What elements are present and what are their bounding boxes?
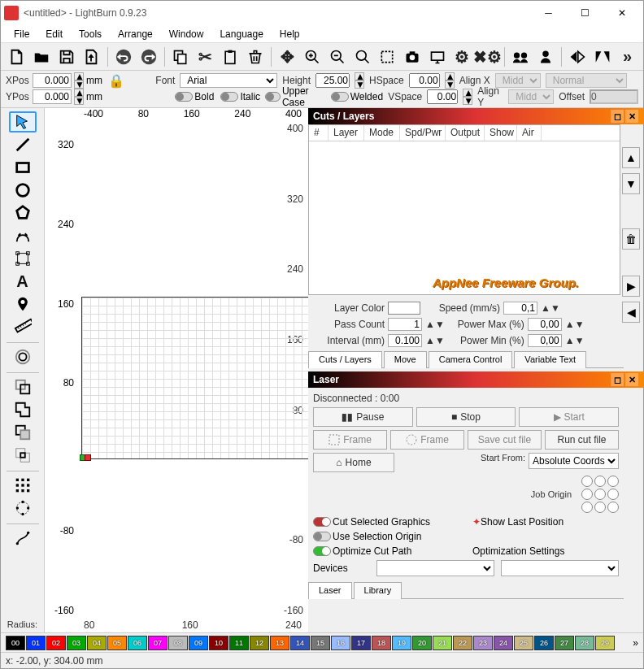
start-button[interactable]: ▶Start: [519, 407, 619, 427]
zoom-in-icon[interactable]: [302, 46, 324, 68]
more-icon[interactable]: »: [616, 46, 638, 68]
camera-icon[interactable]: [402, 46, 424, 68]
bold-toggle[interactable]: Bold: [175, 91, 214, 102]
tab-move[interactable]: Move: [384, 351, 427, 368]
usesel-toggle[interactable]: Use Selection Origin: [313, 531, 421, 542]
hspace-input[interactable]: [409, 73, 440, 88]
frame-icon[interactable]: [376, 46, 398, 68]
frame-rect-button[interactable]: Frame: [313, 430, 387, 450]
optsettings-button[interactable]: Optimization Settings: [472, 545, 619, 557]
job-origin-grid[interactable]: [581, 476, 619, 513]
home-button[interactable]: ⌂ Home: [313, 453, 394, 472]
zoom-fit-icon[interactable]: [351, 46, 373, 68]
import-icon[interactable]: [80, 46, 102, 68]
height-spinner[interactable]: ▲▼: [355, 72, 364, 89]
pan-icon[interactable]: ✥: [276, 46, 298, 68]
undo-icon[interactable]: [113, 46, 135, 68]
palette-swatch-15[interactable]: 15: [311, 636, 330, 650]
device-settings-icon[interactable]: ✖⚙: [476, 46, 499, 68]
italic-toggle[interactable]: Italic: [220, 91, 260, 102]
minimize-button[interactable]: ─: [530, 2, 567, 24]
layer-up-button[interactable]: ▲: [622, 147, 640, 168]
menu-tools[interactable]: Tools: [71, 27, 110, 41]
alignx-select[interactable]: Middle: [495, 73, 541, 88]
select-tool-icon[interactable]: [9, 111, 37, 132]
cutsel-toggle[interactable]: Cut Selected Graphics: [313, 516, 430, 528]
settings-icon[interactable]: ⚙: [451, 46, 473, 68]
device-select-2[interactable]: [501, 560, 619, 576]
position-tool-icon[interactable]: [9, 293, 37, 315]
palette-swatch-17[interactable]: 17: [351, 636, 371, 650]
palette-swatch-21[interactable]: 21: [433, 636, 452, 650]
palette-swatch-20[interactable]: 20: [412, 636, 432, 650]
palette-swatch-04[interactable]: 04: [87, 636, 107, 650]
menu-language[interactable]: Language: [211, 27, 271, 41]
tab-library[interactable]: Library: [354, 582, 402, 599]
palette-swatch-27[interactable]: 27: [555, 636, 574, 650]
menu-file[interactable]: File: [6, 27, 37, 41]
interval-input[interactable]: [388, 334, 422, 347]
layer-delete-button[interactable]: 🗑: [622, 228, 640, 250]
palette-swatch-10[interactable]: 10: [209, 636, 228, 650]
copy-icon[interactable]: [170, 46, 192, 68]
weld-tool-icon[interactable]: [9, 376, 37, 397]
open-icon[interactable]: [31, 46, 53, 68]
polygon-tool-icon[interactable]: [9, 202, 37, 224]
edit-tool-icon[interactable]: [9, 528, 37, 549]
powermin-input[interactable]: [528, 334, 562, 347]
boolean-subtract-icon[interactable]: [9, 422, 37, 443]
ypos-spinner[interactable]: ▲▼: [74, 89, 84, 105]
cuts-undock-button[interactable]: ◻: [611, 110, 624, 123]
palette-swatch-01[interactable]: 01: [26, 636, 46, 650]
palette-more-icon[interactable]: »: [633, 637, 638, 649]
aligny-select[interactable]: Middle: [508, 89, 554, 104]
grid-array-icon[interactable]: [9, 475, 37, 496]
palette-swatch-09[interactable]: 09: [189, 636, 208, 650]
powermax-input[interactable]: [528, 318, 562, 331]
canvas[interactable]: -40080160240400 32024016080-80-160 40032…: [45, 108, 308, 632]
save-icon[interactable]: [55, 46, 77, 68]
palette-swatch-12[interactable]: 12: [250, 636, 269, 650]
frame-circle-button[interactable]: Frame: [390, 430, 464, 450]
palette-swatch-00[interactable]: 00: [6, 636, 25, 650]
edit-nodes-icon[interactable]: [9, 248, 37, 269]
flip-h-icon[interactable]: [567, 46, 589, 68]
vspace-input[interactable]: [427, 89, 458, 104]
menu-arrange[interactable]: Arrange: [110, 27, 161, 41]
hspace-spinner[interactable]: ▲▼: [445, 72, 455, 89]
boolean-intersect-icon[interactable]: [9, 445, 37, 466]
palette-swatch-22[interactable]: 22: [453, 636, 472, 650]
col-num[interactable]: #: [309, 125, 329, 141]
new-icon[interactable]: [6, 46, 28, 68]
boolean-union-icon[interactable]: [9, 399, 37, 420]
palette-swatch-08[interactable]: 08: [168, 636, 188, 650]
radial-array-icon[interactable]: [9, 497, 37, 519]
tab-camera-control[interactable]: Camera Control: [429, 351, 513, 368]
devices-button[interactable]: Devices: [313, 563, 370, 574]
font-family-select[interactable]: Arial: [180, 73, 277, 88]
menu-edit[interactable]: Edit: [37, 27, 71, 41]
rect-tool-icon[interactable]: [9, 157, 37, 178]
bezier-tool-icon[interactable]: [9, 225, 37, 246]
lock-icon[interactable]: 🔒: [108, 73, 124, 89]
tab-laser[interactable]: Laser: [308, 582, 352, 599]
save-cut-button[interactable]: Save cut file: [468, 430, 542, 450]
style-select[interactable]: Normal: [546, 73, 627, 88]
ellipse-tool-icon[interactable]: [9, 180, 37, 201]
menu-window[interactable]: Window: [161, 27, 212, 41]
palette-swatch-23[interactable]: 23: [473, 636, 493, 650]
showlast-button[interactable]: ✦Show Last Position: [472, 516, 619, 528]
xpos-input[interactable]: [33, 73, 72, 88]
layer-color-swatch[interactable]: [388, 302, 420, 315]
palette-swatch-18[interactable]: 18: [372, 636, 391, 650]
palette-swatch-11[interactable]: 11: [229, 636, 249, 650]
flip-v-icon[interactable]: [592, 46, 614, 68]
palette-swatch-25[interactable]: 25: [514, 636, 533, 650]
optcut-toggle[interactable]: Optimize Cut Path: [313, 545, 411, 557]
tab-variable-text[interactable]: Variable Text: [514, 351, 586, 368]
run-cut-button[interactable]: Run cut file: [545, 430, 619, 450]
offset-tool-icon[interactable]: [9, 346, 37, 367]
layer-left-button[interactable]: ◀: [622, 302, 640, 323]
menu-help[interactable]: Help: [272, 27, 308, 41]
text-tool-icon[interactable]: A: [9, 271, 37, 292]
